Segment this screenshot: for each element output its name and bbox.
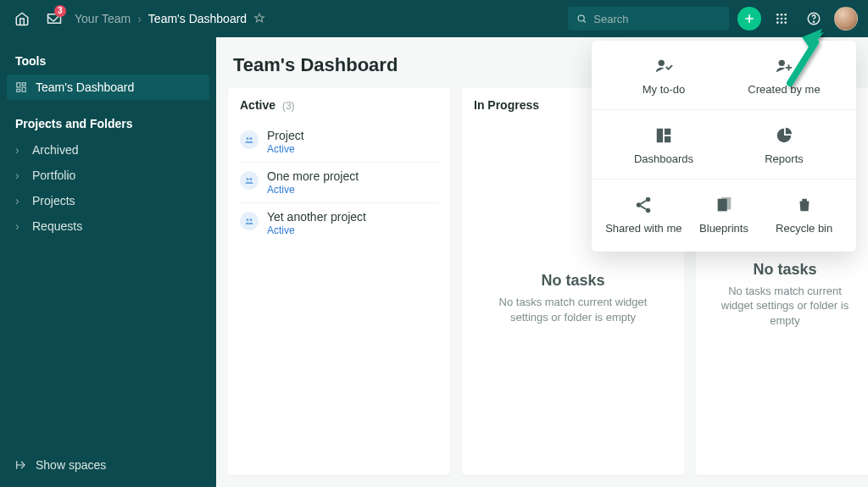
item-title: One more project (267, 169, 359, 183)
dashboard-icon (15, 81, 27, 93)
svg-point-21 (250, 219, 253, 221)
chevron-right-icon: › (137, 12, 142, 25)
item-title: Yet another project (267, 210, 366, 224)
person-plus-icon (774, 56, 794, 76)
list-item[interactable]: Yet another project Active (240, 202, 438, 243)
sidebar-section-tools: Tools (7, 51, 209, 75)
list-item[interactable]: Project Active (240, 122, 438, 162)
svg-rect-14 (22, 87, 25, 91)
svg-point-1 (776, 14, 779, 16)
svg-point-27 (646, 197, 651, 202)
column-active: Active (3) Project Active (228, 88, 450, 475)
search-input[interactable] (593, 13, 721, 25)
empty-title: No tasks (541, 272, 604, 290)
sidebar-item-label: Archived (32, 143, 78, 157)
project-icon (240, 171, 259, 190)
sidebar-item-projects[interactable]: › Projects (7, 188, 209, 213)
svg-point-8 (781, 21, 783, 24)
svg-rect-31 (721, 197, 731, 210)
item-status: Active (267, 143, 304, 155)
item-status: Active (267, 224, 366, 236)
svg-point-6 (784, 18, 787, 20)
tile-label: Recycle bin (776, 222, 832, 235)
tile-label: Shared with me (605, 222, 682, 235)
empty-desc: No tasks match current widget settings o… (713, 284, 857, 329)
breadcrumb-current[interactable]: Team's Dashboard (148, 12, 247, 25)
empty-desc: No tasks match current widget settings o… (479, 295, 667, 324)
tile-label: Created by me (748, 83, 820, 96)
sidebar-item-label: Requests (32, 219, 82, 233)
svg-point-9 (784, 21, 787, 24)
breadcrumb-team[interactable]: Your Team (75, 12, 131, 25)
pie-chart-icon (774, 125, 794, 146)
add-button[interactable] (737, 7, 761, 30)
svg-point-5 (781, 18, 783, 20)
chevron-right-icon: › (15, 219, 24, 233)
svg-point-4 (776, 18, 779, 20)
svg-point-19 (250, 178, 253, 180)
item-status: Active (267, 184, 359, 196)
pin-icon (253, 13, 265, 25)
tile-label: Blueprints (699, 222, 748, 235)
sidebar-item-label: Team's Dashboard (36, 80, 134, 94)
project-icon (240, 212, 259, 230)
chevron-right-icon: › (15, 194, 24, 208)
svg-point-28 (637, 202, 642, 208)
home-icon (14, 11, 30, 26)
tile-label: My to-do (643, 83, 686, 96)
svg-point-17 (250, 137, 253, 140)
dashboard-icon (654, 125, 674, 146)
apps-tile-shared-with-me[interactable]: Shared with me (604, 195, 682, 235)
show-spaces-label: Show spaces (36, 458, 106, 472)
svg-rect-26 (665, 136, 670, 142)
svg-point-29 (646, 208, 651, 213)
svg-rect-13 (22, 83, 25, 86)
sidebar-item-requests[interactable]: › Requests (7, 213, 209, 239)
column-list: Project Active One more project Active (228, 122, 450, 252)
user-avatar[interactable] (834, 7, 858, 30)
apps-tile-created-by-me[interactable]: Created by me (745, 56, 823, 96)
column-title: Active (240, 98, 275, 112)
apps-tile-my-todo[interactable]: My to-do (625, 56, 703, 96)
chevron-right-icon: › (15, 169, 24, 182)
tile-label: Dashboards (634, 152, 693, 165)
svg-point-3 (784, 14, 787, 16)
column-title: In Progress (474, 98, 539, 112)
inbox-button[interactable]: 3 (42, 7, 66, 30)
apps-tile-recycle-bin[interactable]: Recycle bin (765, 195, 843, 235)
grid-icon (775, 12, 788, 25)
empty-title: No tasks (753, 261, 816, 279)
plus-icon (743, 12, 756, 25)
sidebar-item-label: Portfolio (32, 169, 75, 182)
sidebar-item-portfolio[interactable]: › Portfolio (7, 163, 209, 188)
sidebar: Tools Team's Dashboard Projects and Fold… (0, 37, 216, 487)
home-button[interactable] (10, 7, 34, 30)
svg-point-18 (247, 178, 249, 180)
apps-tile-blueprints[interactable]: Blueprints (685, 195, 763, 235)
svg-rect-24 (657, 129, 663, 143)
sidebar-item-teams-dashboard[interactable]: Team's Dashboard (7, 75, 209, 100)
apps-tile-reports[interactable]: Reports (745, 125, 823, 165)
show-spaces-button[interactable]: Show spaces (7, 450, 209, 480)
item-title: Project (267, 129, 304, 142)
project-icon (240, 130, 259, 149)
apps-tile-dashboards[interactable]: Dashboards (625, 125, 703, 165)
help-button[interactable] (802, 7, 826, 30)
svg-point-7 (776, 21, 779, 24)
expand-icon (15, 459, 27, 471)
svg-point-0 (578, 15, 584, 21)
pin-button[interactable] (253, 13, 265, 25)
help-icon (806, 11, 821, 26)
sidebar-item-archived[interactable]: › Archived (7, 137, 209, 163)
svg-point-11 (813, 21, 814, 22)
list-item[interactable]: One more project Active (240, 162, 438, 202)
apps-menu-panel: My to-do Created by me Dashboards Report… (592, 41, 856, 252)
svg-rect-12 (17, 83, 20, 87)
search-icon (576, 13, 587, 25)
tile-label: Reports (765, 152, 804, 165)
search-input-wrap[interactable] (568, 7, 729, 30)
svg-point-22 (659, 60, 665, 66)
svg-rect-25 (665, 129, 670, 135)
trash-icon (794, 195, 815, 215)
apps-menu-button[interactable] (770, 7, 793, 30)
